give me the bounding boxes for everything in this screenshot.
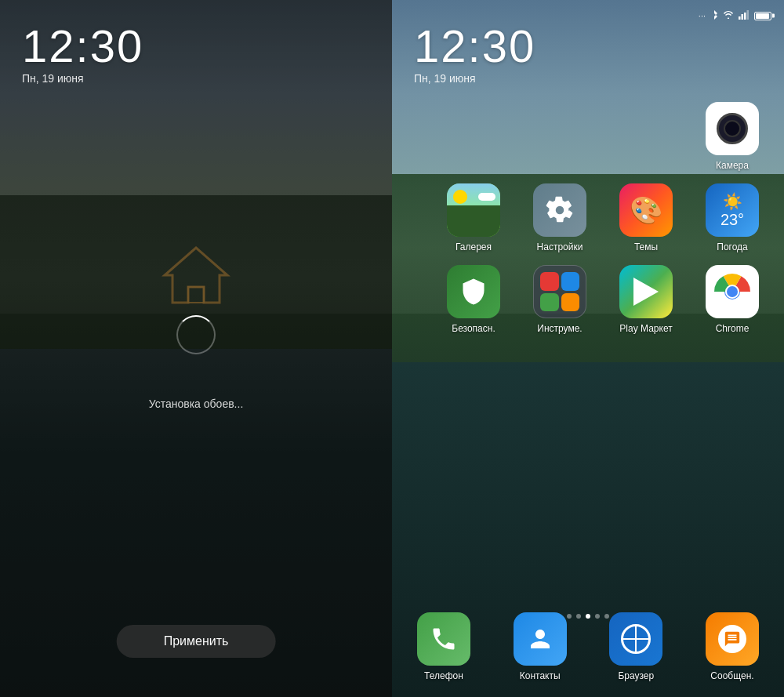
messages-icon xyxy=(706,612,759,666)
signal-icon xyxy=(739,10,750,21)
loading-spinner xyxy=(176,315,216,354)
gallery-label: Галерея xyxy=(456,241,492,252)
spinner-container xyxy=(176,315,216,354)
weather-sun-icon: ☀️ xyxy=(723,192,742,211)
themes-label: Темы xyxy=(634,241,658,252)
settings-label: Настройки xyxy=(537,241,583,252)
phone-icon xyxy=(417,612,470,666)
house-watermark xyxy=(161,244,231,310)
svg-rect-5 xyxy=(747,10,750,20)
left-date: Пн, 19 июня xyxy=(22,72,143,85)
browser-label: Браузер xyxy=(618,670,654,681)
camera-label: Камера xyxy=(716,160,749,171)
app-themes[interactable]: 🎨 Темы xyxy=(607,183,685,252)
chrome-icon xyxy=(706,265,759,318)
apply-button[interactable]: Применить xyxy=(117,625,276,658)
gear-svg xyxy=(546,196,574,224)
gallery-sun xyxy=(453,190,467,204)
security-icon xyxy=(447,265,500,318)
tools-label: Инструме. xyxy=(537,323,582,334)
playmarket-icon xyxy=(619,265,673,318)
tools-grid xyxy=(534,266,586,318)
chrome-label: Chrome xyxy=(716,323,750,334)
svg-point-9 xyxy=(727,286,738,297)
app-weather[interactable]: ☀️ 23° Погода xyxy=(693,183,771,252)
installing-text: Установка обоев... xyxy=(149,398,244,410)
svg-marker-0 xyxy=(165,248,227,303)
playmarket-bg xyxy=(619,265,673,318)
gallery-icon xyxy=(447,183,500,237)
app-phone[interactable]: Телефон xyxy=(405,612,483,681)
tool-4 xyxy=(561,293,580,312)
msg-svg xyxy=(724,630,741,648)
app-messages[interactable]: Сообщен. xyxy=(693,612,771,681)
row-3: Безопасн. Инструме. xyxy=(405,265,771,334)
gallery-mountain xyxy=(447,205,500,237)
right-panel: RU ··· xyxy=(392,0,784,697)
phone-svg xyxy=(430,625,458,653)
app-tools[interactable]: Инструме. xyxy=(521,265,599,334)
weather-temp: 23° xyxy=(720,211,744,229)
dock-row: Телефон Контакты Браузер xyxy=(405,612,771,681)
svg-rect-2 xyxy=(739,16,741,20)
svg-rect-4 xyxy=(744,13,746,20)
app-grid: Камера Галерея xyxy=(392,102,784,347)
msg-bubble xyxy=(718,625,746,653)
app-browser[interactable]: Браузер xyxy=(597,612,675,681)
status-icons: ··· xyxy=(699,9,771,22)
battery-icon xyxy=(754,12,771,20)
app-camera[interactable]: Камера xyxy=(693,102,771,171)
left-time: 12:30 xyxy=(22,24,143,69)
browser-globe xyxy=(621,624,651,654)
gallery-cloud xyxy=(478,193,495,201)
camera-icon xyxy=(706,102,759,155)
app-chrome[interactable]: Chrome xyxy=(693,265,771,334)
chrome-svg xyxy=(713,272,752,311)
right-time-display: 12:30 Пн, 19 июня xyxy=(414,24,535,85)
right-time: 12:30 xyxy=(414,24,535,69)
app-gallery[interactable]: Галерея xyxy=(434,183,513,252)
brush-emoji: 🎨 xyxy=(630,194,662,226)
contacts-svg xyxy=(526,625,554,653)
messages-label: Сообщен. xyxy=(710,670,753,681)
playmarket-triangle xyxy=(633,278,659,306)
camera-inner xyxy=(724,120,741,137)
left-panel: Установка обоев... 12:30 Пн, 19 июня При… xyxy=(0,0,392,697)
tool-2 xyxy=(561,272,580,291)
shield-svg xyxy=(459,278,488,306)
browser-icon xyxy=(609,612,662,666)
dots-icon: ··· xyxy=(699,11,706,20)
left-time-display: 12:30 Пн, 19 июня xyxy=(22,24,143,85)
app-contacts[interactable]: Контакты xyxy=(501,612,579,681)
camera-row: Камера xyxy=(405,102,771,171)
bluetooth-icon xyxy=(710,9,718,22)
dock: Телефон Контакты Браузер xyxy=(392,600,784,697)
security-label: Безопасн. xyxy=(452,323,495,334)
contacts-icon xyxy=(514,612,567,666)
playmarket-label: Play Маркет xyxy=(619,323,672,334)
wifi-icon xyxy=(723,11,734,20)
app-settings[interactable]: Настройки xyxy=(521,183,599,252)
row-2: Галерея Настройки 🎨 Темы xyxy=(405,183,771,252)
weather-widget: ☀️ 23° xyxy=(706,183,759,237)
phone-label: Телефон xyxy=(424,670,463,681)
themes-icon: 🎨 xyxy=(619,183,673,237)
tools-icon xyxy=(533,265,586,318)
gallery-scene xyxy=(447,183,500,237)
weather-label: Погода xyxy=(717,241,748,252)
app-security[interactable]: Безопасн. xyxy=(434,265,513,334)
camera-lens xyxy=(717,113,748,144)
tool-1 xyxy=(540,272,559,291)
svg-rect-3 xyxy=(742,14,744,20)
contacts-label: Контакты xyxy=(520,670,561,681)
settings-icon xyxy=(533,183,586,237)
right-date: Пн, 19 июня xyxy=(414,72,535,85)
svg-rect-1 xyxy=(188,287,204,303)
tool-3 xyxy=(540,293,559,312)
app-playmarket[interactable]: Play Маркет xyxy=(607,265,685,334)
weather-icon: ☀️ 23° xyxy=(706,183,759,237)
